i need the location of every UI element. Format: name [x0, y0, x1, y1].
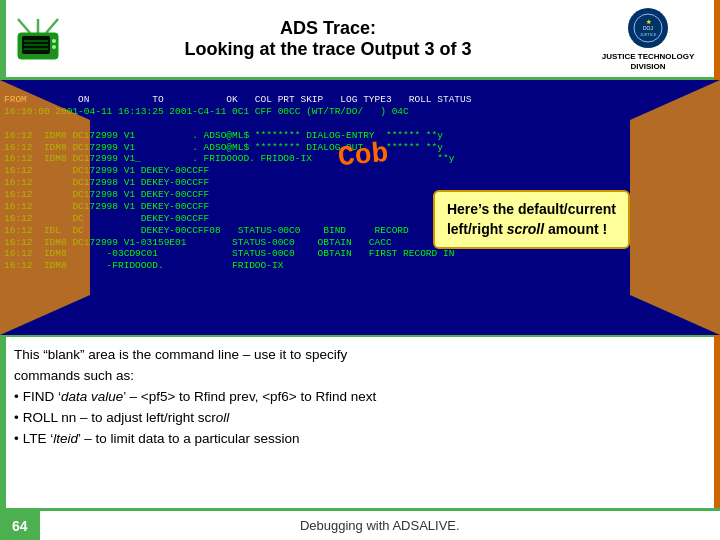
bullet-3-marker: •	[14, 429, 19, 450]
bullet-2: • ROLL nn – to adjust left/right scroll	[14, 408, 706, 429]
svg-line-0	[18, 19, 30, 33]
svg-text:JUSTICE: JUSTICE	[640, 32, 657, 37]
tv-icon	[10, 15, 66, 63]
bullet-3-italic: lteid	[53, 431, 78, 446]
bullet-1-italic: data value	[61, 389, 123, 404]
bullet-1: • FIND ‘data value’ – <pf5> to Rfind pre…	[14, 387, 706, 408]
bullet-1-marker: •	[14, 387, 19, 408]
tooltip-line2-pre: left/right	[447, 221, 507, 237]
svg-point-8	[52, 39, 56, 43]
bottom-intro: This “blank” area is the command line – …	[14, 345, 706, 366]
tooltip-line1: Here’s the default/current	[447, 201, 616, 217]
tooltip-line2-end: amount !	[544, 221, 607, 237]
slide-title: ADS Trace: Looking at the trace Output 3…	[68, 18, 588, 60]
page-number: 64	[0, 511, 40, 540]
bullet-2-marker: •	[14, 408, 19, 429]
tooltip-bubble: Here’s the default/current left/right sc…	[433, 190, 630, 249]
org-branding: ★ DOJ JUSTICE JUSTICE TECHNOLOGY DIVISIO…	[588, 6, 708, 71]
bullet-3-pre: LTE ‘	[23, 431, 54, 446]
footer-label: Debugging with ADSALIVE.	[40, 518, 720, 533]
bullet-3-post: ’ – to limit data to a particular sessio…	[78, 431, 300, 446]
org-name-label: JUSTICE TECHNOLOGY DIVISION	[588, 52, 708, 71]
bottom-explanation: This “blank” area is the command line – …	[0, 335, 720, 454]
bullet-2-text: ROLL nn – to adjust left/right scr	[23, 410, 216, 425]
title-line1: ADS Trace:	[68, 18, 588, 39]
tooltip-scroll-italic: scroll	[507, 221, 544, 237]
svg-text:DOJ: DOJ	[643, 25, 654, 31]
bullet-2-italic: oll	[216, 410, 230, 425]
org-badge: ★ DOJ JUSTICE	[626, 6, 670, 50]
slide-footer: 64 Debugging with ADSALIVE.	[0, 508, 720, 540]
svg-point-9	[52, 45, 56, 49]
bullet-1-pre: FIND ‘	[23, 389, 61, 404]
title-line2: Looking at the trace Output 3 of 3	[68, 39, 588, 60]
bottom-intro2: commands such as:	[14, 366, 706, 387]
bullet-1-post: ’ – <pf5> to Rfind prev, <pf6> to Rfind …	[123, 389, 376, 404]
logo-left	[8, 14, 68, 64]
slide-header: ADS Trace: Looking at the trace Output 3…	[0, 0, 720, 80]
svg-line-2	[46, 19, 58, 33]
bullet-3: • LTE ‘lteid’ – to limit data to a parti…	[14, 429, 706, 450]
terminal-area: FROM ON TO OK COL PRT SKIP LOG TYPE3 ROL…	[0, 80, 720, 335]
